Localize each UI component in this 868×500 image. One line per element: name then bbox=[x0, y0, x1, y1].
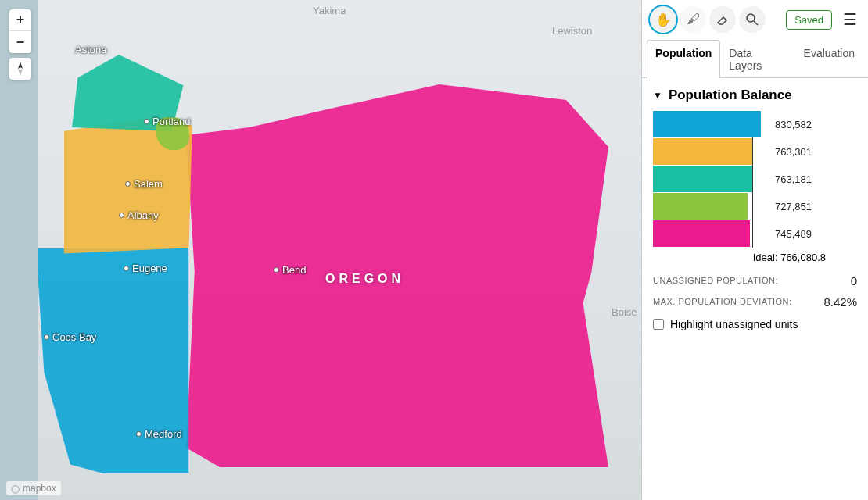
city-label-bend: Bend bbox=[274, 264, 306, 276]
highlight-unassigned-checkbox-row[interactable]: Highlight unassigned units bbox=[653, 318, 857, 330]
zoom-controls: + − bbox=[9, 9, 31, 53]
svg-line-1 bbox=[754, 21, 758, 25]
city-label-salem: Salem bbox=[125, 178, 163, 190]
bg-city-boise: Boise bbox=[612, 306, 637, 318]
unassigned-value: 0 bbox=[851, 274, 857, 288]
tab-data-layers[interactable]: Data Layers bbox=[720, 40, 794, 78]
deviation-value: 8.42% bbox=[823, 295, 857, 309]
tabs: Population Data Layers Evaluation bbox=[642, 39, 868, 78]
ideal-label: Ideal: 766,080.8 bbox=[653, 252, 857, 263]
pan-tool-button[interactable]: ✋ bbox=[650, 6, 676, 33]
brush-tool-button[interactable]: 🖌 bbox=[680, 6, 706, 33]
population-panel: ▼ Population Balance 830,582 763,301 763… bbox=[642, 78, 868, 500]
pop-row-4: 727,851 bbox=[653, 193, 857, 220]
section-title: Population Balance bbox=[669, 88, 792, 103]
highlight-unassigned-checkbox[interactable] bbox=[653, 319, 664, 330]
compass-button[interactable] bbox=[9, 58, 31, 80]
city-label-coos-bay: Coos Bay bbox=[44, 331, 96, 343]
population-bars: 830,582 763,301 763,181 727,851 745,489 bbox=[653, 111, 857, 247]
pop-value-1: 830,582 bbox=[775, 119, 812, 130]
inspect-tool-button[interactable] bbox=[739, 6, 766, 33]
zoom-out-button[interactable]: − bbox=[9, 31, 31, 53]
caret-down-icon: ▼ bbox=[653, 90, 662, 101]
deviation-stat: Max. population deviation: 8.42% bbox=[653, 295, 857, 309]
city-label-portland: Portland bbox=[144, 116, 190, 127]
bg-city-yakima: Yakima bbox=[313, 5, 346, 16]
unassigned-stat: Unassigned population: 0 bbox=[653, 274, 857, 288]
state-label: OREGON bbox=[325, 272, 404, 286]
highlight-unassigned-label: Highlight unassigned units bbox=[670, 318, 798, 330]
eraser-tool-button[interactable] bbox=[709, 6, 736, 33]
pop-bar-1 bbox=[653, 111, 761, 138]
zoom-in-button[interactable]: + bbox=[9, 9, 31, 31]
unassigned-label: Unassigned population: bbox=[653, 275, 778, 286]
eraser-icon bbox=[716, 12, 730, 27]
hand-icon: ✋ bbox=[655, 12, 672, 28]
tab-evaluation[interactable]: Evaluation bbox=[795, 40, 863, 78]
city-label-albany: Albany bbox=[119, 209, 159, 221]
pop-value-2: 763,301 bbox=[775, 146, 812, 158]
hamburger-menu-button[interactable]: ☰ bbox=[840, 7, 860, 32]
section-header[interactable]: ▼ Population Balance bbox=[653, 88, 857, 103]
pop-row-2: 763,301 bbox=[653, 138, 857, 165]
city-label-eugene: Eugene bbox=[124, 262, 167, 274]
pop-bar-4 bbox=[653, 193, 748, 220]
pop-bar-2 bbox=[653, 138, 752, 165]
pop-bar-5 bbox=[653, 220, 750, 247]
deviation-label: Max. population deviation: bbox=[653, 296, 792, 307]
tab-population[interactable]: Population bbox=[647, 40, 720, 78]
toolbar: ✋ 🖌 Saved ☰ bbox=[642, 0, 868, 39]
pop-value-3: 763,181 bbox=[775, 173, 812, 185]
pop-row-3: 763,181 bbox=[653, 166, 857, 192]
hamburger-icon: ☰ bbox=[843, 11, 857, 28]
sidebar: ✋ 🖌 Saved ☰ Population Data Layers Evalu… bbox=[641, 0, 868, 500]
map-canvas[interactable]: + − Astoria Portland Salem Albany Eugene… bbox=[0, 0, 641, 500]
bg-city-lewiston: Lewiston bbox=[552, 25, 592, 37]
city-label-medford: Medford bbox=[136, 428, 182, 440]
pop-value-4: 727,851 bbox=[775, 201, 812, 212]
save-status-badge: Saved bbox=[786, 10, 832, 30]
pop-bar-3 bbox=[653, 166, 752, 192]
magnifier-icon bbox=[745, 12, 759, 27]
pop-value-5: 745,489 bbox=[775, 228, 812, 240]
pop-row-5: 745,489 bbox=[653, 220, 857, 247]
city-label-astoria: Astoria bbox=[75, 44, 106, 55]
compass-icon bbox=[15, 62, 26, 76]
svg-point-0 bbox=[747, 14, 755, 22]
map-attribution[interactable]: mapbox bbox=[6, 481, 61, 495]
pop-row-1: 830,582 bbox=[653, 111, 857, 138]
brush-icon: 🖌 bbox=[687, 12, 700, 27]
